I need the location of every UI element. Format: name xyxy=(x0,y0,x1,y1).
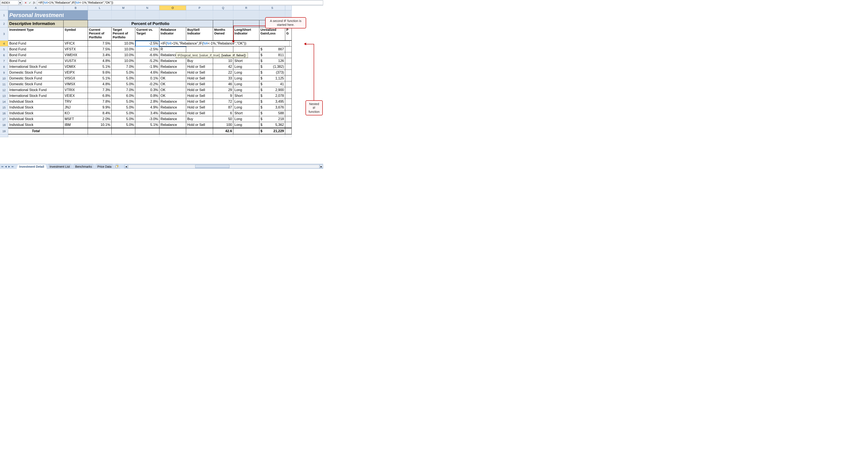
cell[interactable] xyxy=(213,20,233,27)
cell-M4[interactable]: 10.0% xyxy=(112,41,135,46)
column-header-L[interactable]: L xyxy=(88,6,112,10)
column-header-T[interactable] xyxy=(285,6,292,10)
cell-Q12[interactable]: 29 xyxy=(213,87,233,93)
cell-Q8[interactable]: 42 xyxy=(213,64,233,70)
cell-N16[interactable]: 3.4% xyxy=(135,110,159,116)
cell-M7[interactable]: 10.0% xyxy=(112,58,135,64)
cell-R18[interactable]: Long xyxy=(233,122,259,128)
scroll-track[interactable] xyxy=(128,165,319,168)
cell-P11[interactable]: Hold or Sell xyxy=(186,82,213,87)
cell-N18[interactable]: 5.1% xyxy=(135,122,159,128)
cell-S14[interactable]: $3,495 xyxy=(259,99,285,105)
cell-A9[interactable]: Domestic Stock Fund xyxy=(8,70,64,75)
cell-O9[interactable]: Rebalance xyxy=(159,70,186,75)
cell-Q11[interactable]: 46 xyxy=(213,82,233,87)
row-header-4[interactable]: 4 xyxy=(0,41,8,46)
row-header-9[interactable]: 9 xyxy=(0,70,8,75)
cell-S15[interactable]: $3,676 xyxy=(259,105,285,110)
cell-O11[interactable]: OK xyxy=(159,82,186,87)
cells-area[interactable]: Personal InvestmentDescriptive Informati… xyxy=(8,10,292,137)
col-header-O[interactable]: Rebalance Indicator xyxy=(159,27,186,41)
cell-M14[interactable]: 5.0% xyxy=(112,99,135,105)
tab-nav-last-icon[interactable]: ⏭ xyxy=(11,165,14,168)
cell-B18[interactable]: IBM xyxy=(64,122,88,128)
cell[interactable] xyxy=(233,128,259,134)
cell[interactable] xyxy=(159,134,186,137)
cell-T16[interactable] xyxy=(285,110,292,116)
cell-P9[interactable]: Hold or Sell xyxy=(186,70,213,75)
row-header-12[interactable]: 12 xyxy=(0,87,8,93)
cell-P8[interactable]: Hold or Sell xyxy=(186,64,213,70)
cell-R17[interactable]: Long xyxy=(233,116,259,122)
cell-M8[interactable]: 7.0% xyxy=(112,64,135,70)
cell[interactable] xyxy=(285,134,292,137)
cell-O12[interactable]: OK xyxy=(159,87,186,93)
cell[interactable] xyxy=(112,10,135,20)
cell[interactable] xyxy=(112,134,135,137)
title-cell[interactable]: Personal Investment xyxy=(8,10,64,20)
column-header-Q[interactable]: Q xyxy=(213,6,233,10)
cell-Q18[interactable]: 100 xyxy=(213,122,233,128)
cell-A11[interactable]: Domestic Stock Fund xyxy=(8,82,64,87)
cell-T15[interactable] xyxy=(285,105,292,110)
cell-T5[interactable] xyxy=(285,46,292,52)
cell-A7[interactable]: Bond Fund xyxy=(8,58,64,64)
row-header-11[interactable]: 11 xyxy=(0,82,8,87)
cell-L10[interactable]: 5.1% xyxy=(88,75,112,82)
enter-button[interactable]: ✓ xyxy=(28,1,32,5)
tab-nav-first-icon[interactable]: ⏮ xyxy=(1,165,4,168)
cell-N13[interactable]: 0.8% xyxy=(135,93,159,99)
cell-P14[interactable]: Hold or Sell xyxy=(186,99,213,105)
cell-A8[interactable]: International Stock Fund xyxy=(8,64,64,70)
tab-nav-prev-icon[interactable]: ◀ xyxy=(4,165,7,168)
row-header-18[interactable]: 18 xyxy=(0,122,8,128)
col-header-R[interactable]: Long/Short Indicator xyxy=(233,27,259,41)
cell-M16[interactable]: 5.0% xyxy=(112,110,135,116)
scroll-left-button[interactable]: ◀ xyxy=(124,165,128,168)
cell-Q7[interactable]: 10 xyxy=(213,58,233,64)
cell-A12[interactable]: International Stock Fund xyxy=(8,87,64,93)
column-header-R[interactable]: R xyxy=(233,6,259,10)
cell-T8[interactable] xyxy=(285,64,292,70)
cell-O18[interactable]: Rebalance xyxy=(159,122,186,128)
cell-B10[interactable]: VISGX xyxy=(64,75,88,82)
sheet-tab-investment-detail[interactable]: Investment Detail xyxy=(17,164,47,169)
cell-S7[interactable]: $126 xyxy=(259,58,285,64)
cell-B9[interactable]: VEIPX xyxy=(64,70,88,75)
cell-P5[interactable] xyxy=(186,46,213,52)
row-header-3[interactable]: 3 xyxy=(0,27,8,41)
insert-function-button[interactable]: fx xyxy=(32,1,36,5)
cell-A17[interactable]: Individual Stock xyxy=(8,116,64,122)
cell-L16[interactable]: 8.4% xyxy=(88,110,112,116)
cell[interactable] xyxy=(213,10,233,20)
cell-B7[interactable]: VUSTX xyxy=(64,58,88,64)
row-header-19[interactable]: 19 xyxy=(0,128,8,134)
total-months[interactable]: 42.6 xyxy=(213,128,233,134)
row-header-5[interactable]: 5 xyxy=(0,46,8,52)
cell-L17[interactable]: 2.0% xyxy=(88,116,112,122)
cell-S18[interactable]: $5,362 xyxy=(259,122,285,128)
cell-O7[interactable]: Rebalance xyxy=(159,58,186,64)
column-header-S[interactable]: S xyxy=(259,6,285,10)
cell-A18[interactable]: Individual Stock xyxy=(8,122,64,128)
row-header-7[interactable]: 7 xyxy=(0,58,8,64)
cell-T6[interactable] xyxy=(285,52,292,58)
sheet-tab-investment-list[interactable]: Investment List xyxy=(47,164,72,169)
cell-P17[interactable]: Buy xyxy=(186,116,213,122)
cell[interactable] xyxy=(186,10,213,20)
cell-M9[interactable]: 5.0% xyxy=(112,70,135,75)
cell-B11[interactable]: VIMSX xyxy=(64,82,88,87)
column-header-B[interactable]: B xyxy=(64,6,88,10)
cell-R15[interactable]: Long xyxy=(233,105,259,110)
col-header-L[interactable]: Current Percent of Portfolio xyxy=(88,27,112,41)
cell-T18[interactable] xyxy=(285,122,292,128)
cell-L12[interactable]: 7.3% xyxy=(88,87,112,93)
cell-Q9[interactable]: 22 xyxy=(213,70,233,75)
cell[interactable] xyxy=(259,134,285,137)
cell-Q13[interactable]: 9 xyxy=(213,93,233,99)
cell-M17[interactable]: 5.0% xyxy=(112,116,135,122)
cell-N7[interactable]: -5.2% xyxy=(135,58,159,64)
cell-B6[interactable]: VWEHX xyxy=(64,52,88,58)
col-header-Q[interactable]: Months Owned xyxy=(213,27,233,41)
scroll-right-button[interactable]: ▶ xyxy=(319,165,323,168)
